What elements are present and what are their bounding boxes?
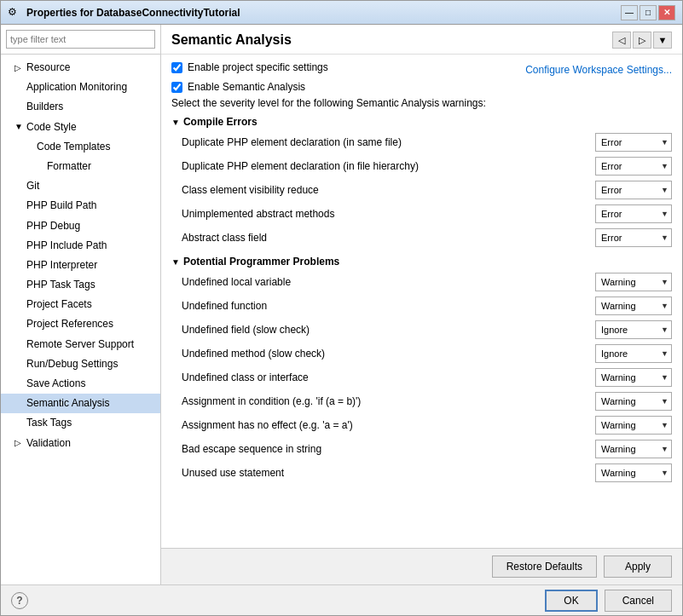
select-wrapper: ErrorWarningIgnore — [595, 392, 672, 411]
section-header-compile-errors[interactable]: ▼Compile Errors — [171, 116, 672, 128]
setting-label: Undefined class or interface — [182, 371, 595, 383]
back-button[interactable]: ◁ — [612, 32, 631, 49]
sidebar-item-label: Remote Server Support — [26, 337, 134, 353]
select-wrapper: ErrorWarningIgnore — [595, 463, 672, 482]
sidebar-item-remote-server[interactable]: Remote Server Support — [1, 335, 160, 354]
severity-select[interactable]: ErrorWarningIgnore — [595, 181, 672, 199]
sidebar-item-label: Run/Debug Settings — [26, 356, 118, 372]
sidebar-item-semantic-analysis[interactable]: Semantic Analysis — [1, 394, 160, 413]
section-collapse-icon: ▼ — [171, 118, 180, 127]
sidebar-item-project-facets[interactable]: Project Facets — [1, 295, 160, 314]
sidebar-item-resource[interactable]: ▷Resource — [1, 58, 160, 78]
help-button[interactable]: ? — [11, 592, 28, 609]
setting-label: Class element visibility reduce — [182, 184, 595, 196]
select-wrapper: ErrorWarningIgnore — [595, 228, 672, 247]
select-wrapper: ErrorWarningIgnore — [595, 133, 672, 152]
severity-select[interactable]: ErrorWarningIgnore — [595, 273, 672, 291]
sidebar-item-php-build-path[interactable]: PHP Build Path — [1, 196, 160, 216]
sidebar-item-php-debug[interactable]: PHP Debug — [1, 216, 160, 236]
panel-title: Semantic Analysis — [171, 32, 292, 48]
cancel-button[interactable]: Cancel — [605, 590, 672, 612]
sidebar-item-formatter[interactable]: Formatter — [1, 157, 160, 176]
dropdown-button[interactable]: ▼ — [653, 32, 672, 49]
setting-row: Undefined method (slow check)ErrorWarnin… — [171, 343, 672, 365]
sidebar-item-task-tags[interactable]: Task Tags — [1, 413, 160, 433]
bottom-bar: ? OK Cancel — [1, 584, 682, 615]
setting-row: Undefined class or interfaceErrorWarning… — [171, 366, 672, 389]
severity-select[interactable]: ErrorWarningIgnore — [595, 440, 672, 458]
enable-semantic-checkbox[interactable] — [171, 82, 182, 93]
severity-select[interactable]: ErrorWarningIgnore — [595, 228, 672, 247]
sidebar-item-label: PHP Build Path — [26, 198, 97, 214]
setting-label: Undefined local variable — [182, 276, 595, 288]
sidebar-item-git[interactable]: Git — [1, 176, 160, 196]
sidebar-item-php-task-tags[interactable]: PHP Task Tags — [1, 275, 160, 295]
setting-label: Assignment in condition (e.g. 'if (a = b… — [182, 395, 595, 407]
sidebar-item-save-actions[interactable]: Save Actions — [1, 374, 160, 394]
severity-select[interactable]: ErrorWarningIgnore — [595, 368, 672, 387]
sidebar-item-php-interpreter[interactable]: PHP Interpreter — [1, 256, 160, 275]
setting-label: Assignment has no effect (e.g. 'a = a') — [182, 419, 595, 431]
maximize-button[interactable]: □ — [640, 5, 657, 20]
setting-row: Undefined field (slow check)ErrorWarning… — [171, 319, 672, 341]
section-programmer-problems: ▼Potential Programmer ProblemsUndefined … — [171, 256, 672, 484]
restore-defaults-button[interactable]: Restore Defaults — [492, 556, 597, 578]
severity-select[interactable]: ErrorWarningIgnore — [595, 133, 672, 152]
select-wrapper: ErrorWarningIgnore — [595, 320, 672, 339]
severity-description: Select the severity level for the follow… — [171, 97, 672, 109]
tree-arrow-icon: ▷ — [14, 436, 25, 450]
sidebar-item-code-templates[interactable]: Code Templates — [1, 137, 160, 157]
sidebar-item-label: Builders — [26, 99, 63, 115]
setting-label: Abstract class field — [182, 232, 595, 244]
setting-row: Assignment has no effect (e.g. 'a = a')E… — [171, 414, 672, 436]
sidebar-item-label: PHP Interpreter — [26, 257, 97, 273]
sidebar-item-builders[interactable]: Builders — [1, 97, 160, 117]
severity-select[interactable]: ErrorWarningIgnore — [595, 416, 672, 435]
setting-row: Undefined local variableErrorWarningIgno… — [171, 271, 672, 293]
forward-button[interactable]: ▷ — [633, 32, 651, 49]
sidebar-item-label: PHP Include Path — [26, 238, 107, 254]
sidebar-filter-area — [1, 25, 160, 55]
severity-select[interactable]: ErrorWarningIgnore — [595, 204, 672, 223]
select-wrapper: ErrorWarningIgnore — [595, 204, 672, 223]
section-collapse-icon: ▼ — [171, 257, 180, 267]
apply-button[interactable]: Apply — [604, 556, 672, 578]
sidebar-item-app-monitoring[interactable]: Application Monitoring — [1, 78, 160, 97]
severity-select[interactable]: ErrorWarningIgnore — [595, 392, 672, 411]
section-label: Compile Errors — [183, 116, 258, 128]
sidebar-item-label: PHP Task Tags — [26, 277, 96, 293]
setting-row: Undefined functionErrorWarningIgnore — [171, 295, 672, 317]
setting-row: Unused use statementErrorWarningIgnore — [171, 462, 672, 484]
tree-arrow-icon: ▷ — [14, 61, 25, 75]
setting-row: Bad escape sequence in stringErrorWarnin… — [171, 438, 672, 460]
sidebar-item-code-style[interactable]: ▼Code Style — [1, 118, 160, 137]
minimize-button[interactable]: — — [621, 5, 638, 20]
enable-project-settings-checkbox[interactable] — [171, 62, 182, 73]
severity-select[interactable]: ErrorWarningIgnore — [595, 463, 672, 482]
sidebar-item-validation[interactable]: ▷Validation — [1, 434, 160, 453]
select-wrapper: ErrorWarningIgnore — [595, 344, 672, 363]
sidebar-item-label: Semantic Analysis — [26, 395, 109, 412]
close-button[interactable]: ✕ — [658, 5, 675, 20]
severity-select[interactable]: ErrorWarningIgnore — [595, 157, 672, 176]
severity-select[interactable]: ErrorWarningIgnore — [595, 320, 672, 339]
sidebar-item-project-references[interactable]: Project References — [1, 314, 160, 334]
sidebar-item-run-debug[interactable]: Run/Debug Settings — [1, 354, 160, 374]
ok-button[interactable]: OK — [545, 590, 597, 612]
enable-project-settings-label: Enable project specific settings — [188, 61, 328, 73]
severity-select[interactable]: ErrorWarningIgnore — [595, 296, 672, 315]
severity-select[interactable]: ErrorWarningIgnore — [595, 344, 672, 363]
configure-workspace-link[interactable]: Configure Workspace Settings... — [525, 64, 672, 76]
setting-row: Class element visibility reduceErrorWarn… — [171, 179, 672, 201]
sidebar-item-php-include-path[interactable]: PHP Include Path — [1, 236, 160, 256]
sidebar-item-label: Validation — [26, 435, 71, 452]
select-wrapper: ErrorWarningIgnore — [595, 181, 672, 199]
filter-input[interactable] — [6, 30, 155, 49]
sidebar-item-label: Application Monitoring — [26, 79, 127, 95]
sidebar-item-label: Git — [26, 178, 39, 194]
tree-arrow-icon: ▼ — [14, 120, 25, 134]
bottom-buttons: OK Cancel — [545, 590, 672, 612]
content-area: ▷ResourceApplication MonitoringBuilders▼… — [1, 25, 682, 584]
section-header-programmer-problems[interactable]: ▼Potential Programmer Problems — [171, 256, 672, 268]
setting-row: Abstract class fieldErrorWarningIgnore — [171, 227, 672, 249]
